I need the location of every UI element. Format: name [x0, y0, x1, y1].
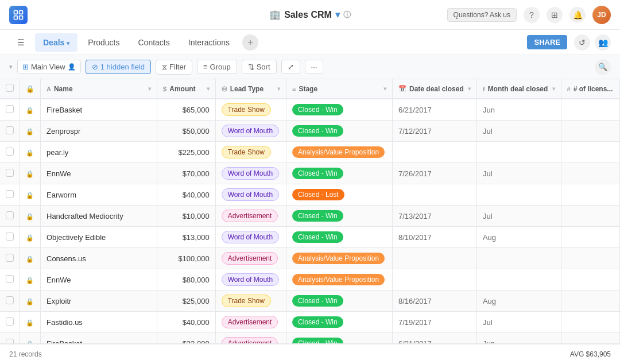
header-name[interactable]: A Name ▾ — [41, 79, 157, 99]
cell-licenses — [561, 269, 619, 291]
stage-badge: Closed - Win — [292, 168, 343, 179]
sort-btn[interactable]: ⇅ Sort — [242, 60, 277, 74]
table-row[interactable]: 🔒 EnnWe $80,000 Word of Mouth Analysis/V… — [0, 269, 620, 291]
cell-name: EnnWe — [41, 163, 157, 184]
cell-date: 7/26/2017 — [393, 163, 477, 184]
view-toggle-chevron[interactable]: ▾ — [9, 63, 13, 71]
nav-contacts[interactable]: Contacts — [130, 33, 178, 52]
date-sort-arrow[interactable]: ▾ — [468, 86, 471, 92]
table-row[interactable]: 🔒 Consens.us $100,000 Advertisement Anal… — [0, 248, 620, 269]
people-icon-btn[interactable]: 👥 — [595, 34, 611, 51]
lead-type-badge: Advertisement — [222, 316, 278, 328]
svg-rect-3 — [20, 16, 23, 19]
avg-amount: AVG $63,905 — [570, 350, 611, 358]
table-row[interactable]: 🔒 Exploitr $25,000 Trade Show Closed - W… — [0, 291, 620, 312]
cell-stage: Closed - Win — [286, 333, 393, 344]
cell-month — [476, 269, 561, 291]
name-sort-arrow[interactable]: ▾ — [148, 86, 151, 92]
row-checkbox[interactable] — [0, 121, 20, 142]
cell-stage: Closed - Win — [286, 206, 393, 227]
table-row[interactable]: 🔒 Fastidio.us $40,000 Advertisement Clos… — [0, 312, 620, 333]
table-row[interactable]: 🔒 Zenprospr $50,000 Word of Mouth Closed… — [0, 121, 620, 142]
row-checkbox[interactable] — [0, 269, 20, 291]
bell-icon-btn[interactable]: 🔔 — [569, 7, 586, 23]
view-toggle[interactable]: ⊞ Main View 👤 — [17, 60, 81, 74]
search-icon-btn[interactable]: 🔍 — [595, 59, 611, 75]
lead-type-badge: Word of Mouth — [222, 273, 279, 286]
lead-type-badge: Word of Mouth — [222, 125, 279, 137]
table-row[interactable]: 🔒 Handcrafted Mediocrity $10,000 Adverti… — [0, 206, 620, 227]
stage-badge: Closed - Win — [292, 295, 343, 307]
cell-licenses — [561, 163, 619, 184]
cell-licenses — [561, 312, 619, 333]
title-dropdown[interactable]: ▾ — [335, 9, 340, 20]
lead-type-sort-arrow[interactable]: ▾ — [277, 86, 280, 92]
cell-month: Aug — [476, 227, 561, 248]
lead-type-badge: Trade Show — [222, 146, 271, 158]
menu-icon-btn[interactable]: ☰ — [9, 33, 33, 52]
top-bar-center: 🏢 Sales CRM ▾ ⓘ — [269, 9, 351, 20]
deals-table: 🔒 A Name ▾ $ Amount ▾ — [0, 79, 620, 343]
row-checkbox[interactable] — [0, 99, 20, 121]
more-options-btn[interactable]: ··· — [305, 60, 324, 74]
row-checkbox[interactable] — [0, 227, 20, 248]
row-checkbox[interactable] — [0, 312, 20, 333]
table-row[interactable]: 🔒 Objectively Edible $13,000 Word of Mou… — [0, 227, 620, 248]
row-checkbox[interactable] — [0, 248, 20, 269]
grid-icon-btn[interactable]: ⊞ — [547, 7, 563, 23]
col-stage-label: Stage — [299, 85, 317, 93]
table-row[interactable]: 🔒 FireBasket $22,000 Advertisement Close… — [0, 333, 620, 344]
table-row[interactable]: 🔒 Earworm $40,000 Word of Mouth Closed -… — [0, 184, 620, 206]
header-amount[interactable]: $ Amount ▾ — [157, 79, 216, 99]
table-row[interactable]: 🔒 EnnWe $70,000 Word of Mouth Closed - W… — [0, 163, 620, 184]
info-icon[interactable]: ⓘ — [343, 10, 351, 20]
share-btn[interactable]: SHARE — [527, 35, 567, 49]
header-lead-type[interactable]: ◎ Lead Type ▾ — [215, 79, 286, 99]
header-checkbox[interactable] — [0, 79, 20, 99]
nav-products[interactable]: Products — [80, 33, 127, 52]
header-date-closed[interactable]: 📅 Date deal closed ▾ — [393, 79, 477, 99]
row-checkbox[interactable] — [0, 142, 20, 163]
group-label: Group — [210, 63, 231, 71]
header-stage[interactable]: ≡ Stage ▾ — [286, 79, 393, 99]
table-row[interactable]: 🔒 pear.ly $225,000 Trade Show Analysis/V… — [0, 142, 620, 163]
hidden-field-label: 1 hidden field — [100, 63, 145, 71]
cell-licenses — [561, 227, 619, 248]
questions-btn[interactable]: Questions? Ask us — [447, 8, 517, 22]
user-avatar[interactable]: JD — [592, 6, 611, 24]
top-bar: 🏢 Sales CRM ▾ ⓘ Questions? Ask us ? ⊞ 🔔 … — [0, 0, 620, 30]
row-checkbox[interactable] — [0, 333, 20, 344]
main-view-user-icon: 👤 — [68, 63, 76, 71]
cell-lead-type: Trade Show — [215, 142, 286, 163]
filter-btn[interactable]: ⧖ Filter — [156, 60, 192, 75]
expand-btn[interactable]: ⤢ — [281, 60, 300, 74]
stage-sort-arrow[interactable]: ▾ — [383, 86, 386, 92]
stage-badge: Closed - Win — [292, 104, 343, 115]
nav-interactions[interactable]: Interactions — [180, 33, 238, 52]
nav-right-icons: ↺ 👥 — [574, 34, 611, 51]
header-month-closed[interactable]: f Month deal closed ▾ — [476, 79, 561, 99]
row-checkbox[interactable] — [0, 163, 20, 184]
month-sort-arrow[interactable]: ▾ — [552, 86, 555, 92]
stage-badge: Analysis/Value Proposition — [292, 253, 385, 264]
nav-add-btn[interactable]: + — [242, 34, 258, 51]
help-icon-btn[interactable]: ? — [524, 7, 540, 23]
group-btn[interactable]: ≡ Group — [197, 60, 237, 74]
svg-rect-2 — [14, 16, 18, 19]
header-licenses[interactable]: # # of licens... — [561, 79, 619, 99]
cell-stage: Analysis/Value Proposition — [286, 142, 393, 163]
amount-sort-arrow[interactable]: ▾ — [207, 86, 210, 92]
table-body: 🔒 FireBasket $65,000 Trade Show Closed -… — [0, 99, 620, 343]
hidden-field-btn[interactable]: ⊘ 1 hidden field — [86, 60, 151, 74]
lead-type-badge: Word of Mouth — [222, 167, 279, 180]
history-icon-btn[interactable]: ↺ — [574, 34, 590, 51]
lead-type-badge: Advertisement — [222, 252, 278, 265]
nav-deals[interactable]: Deals ▾ — [35, 33, 78, 52]
row-checkbox[interactable] — [0, 291, 20, 312]
stage-badge: Closed - Win — [292, 210, 343, 222]
col-name-label: Name — [54, 85, 73, 93]
table-row[interactable]: 🔒 FireBasket $65,000 Trade Show Closed -… — [0, 99, 620, 121]
row-checkbox[interactable] — [0, 184, 20, 206]
row-checkbox[interactable] — [0, 206, 20, 227]
lead-type-badge: Trade Show — [222, 103, 271, 116]
